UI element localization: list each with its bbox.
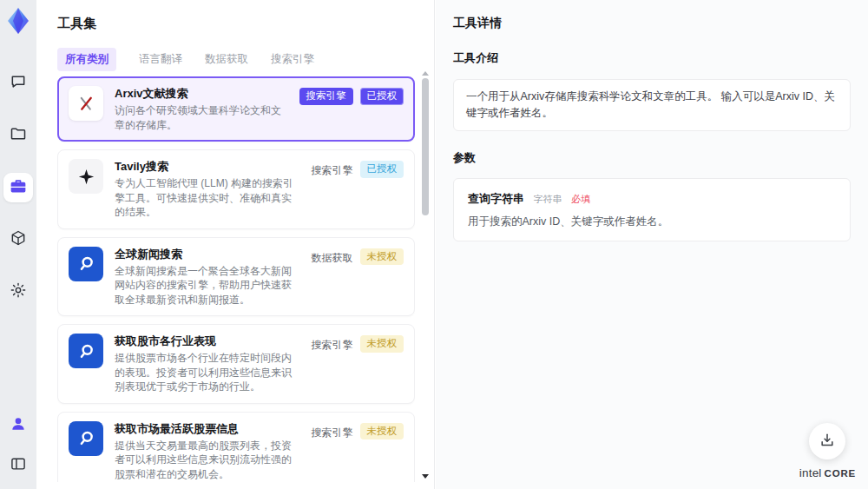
page-title: 工具集 bbox=[57, 16, 96, 32]
sidebar-item-files[interactable] bbox=[3, 121, 33, 150]
tool-description: 提供股票市场各个行业在特定时间段内的表现。投资者可以利用这些信息来识别表现优于或… bbox=[115, 351, 300, 394]
tool-status-badge: 已授权 bbox=[360, 161, 404, 178]
news-search-icon bbox=[69, 247, 103, 281]
download-icon bbox=[819, 432, 836, 452]
tool-status-badge: 已授权 bbox=[360, 88, 404, 105]
app-window: 工具集 所有类别语言翻译数据获取搜索引擎 Arxiv文献搜索 访问各个研究领域大… bbox=[0, 0, 868, 489]
scrollbar-thumb[interactable] bbox=[422, 78, 429, 215]
panel-toggle-icon bbox=[10, 455, 27, 476]
tool-category-badge: 搜索引擎 bbox=[312, 423, 353, 443]
download-button[interactable] bbox=[809, 423, 845, 459]
tool-description: 访问各个研究领域大量科学论文和文章的存储库。 bbox=[115, 103, 288, 132]
cube-icon bbox=[10, 229, 27, 250]
tool-card-body: 全球新闻搜索 全球新闻搜索是一个聚合全球各大新闻网站内容的搜索引擎，帮助用户快速… bbox=[115, 247, 300, 307]
sidebar-item-account[interactable] bbox=[3, 411, 33, 440]
intro-heading: 工具介绍 bbox=[453, 50, 851, 66]
category-tabs: 所有类别语言翻译数据获取搜索引擎 bbox=[57, 49, 314, 69]
briefcase-icon bbox=[10, 177, 27, 198]
app-sidebar bbox=[0, 0, 36, 489]
folder-icon bbox=[10, 125, 27, 146]
tool-status-badge: 未授权 bbox=[360, 335, 404, 353]
param-name: 查询字符串 bbox=[468, 192, 524, 205]
chat-icon bbox=[10, 73, 27, 94]
intel-core-logo: intelCORE bbox=[799, 465, 856, 480]
param-card: 查询字符串 字符串 必填 用于搜索的Arxiv ID、关键字或作者姓名。 bbox=[453, 178, 851, 241]
tool-description: 专为人工智能代理 (LLM) 构建的搜索引擎工具。可快速提供实时、准确和真实的结… bbox=[115, 176, 300, 220]
tab-category-1[interactable]: 语言翻译 bbox=[139, 52, 182, 67]
tool-badges: 搜索引擎 已授权 bbox=[299, 86, 404, 132]
param-description: 用于搜索的Arxiv ID、关键字或作者姓名。 bbox=[468, 215, 836, 229]
tool-status-badge: 未授权 bbox=[360, 248, 404, 266]
tab-category-0[interactable]: 所有类别 bbox=[57, 48, 116, 71]
tool-name: Tavily搜索 bbox=[115, 159, 300, 175]
tool-badges: 搜索引擎 未授权 bbox=[312, 421, 404, 482]
tool-badges: 搜索引擎 未授权 bbox=[312, 334, 404, 394]
tool-category-badge: 搜索引擎 bbox=[299, 88, 353, 105]
corner-widgets: intelCORE bbox=[799, 423, 856, 480]
tool-list: Arxiv文献搜索 访问各个研究领域大量科学论文和文章的存储库。 搜索引擎 已授… bbox=[57, 76, 415, 482]
app-logo-icon bbox=[3, 6, 33, 36]
param-type: 字符串 bbox=[533, 194, 562, 204]
scrollbar-up-arrow[interactable] bbox=[422, 71, 429, 76]
tool-category-badge: 数据获取 bbox=[312, 248, 353, 268]
scrollbar-down-arrow[interactable] bbox=[422, 474, 429, 479]
tab-category-2[interactable]: 数据获取 bbox=[205, 52, 248, 67]
intro-card: 一个用于从Arxiv存储库搜索科学论文和文章的工具。 输入可以是Arxiv ID… bbox=[453, 79, 851, 131]
tool-name: 全球新闻搜索 bbox=[115, 247, 300, 262]
sidebar-item-chat[interactable] bbox=[3, 69, 33, 98]
tool-category-badge: 搜索引擎 bbox=[312, 335, 353, 355]
tool-status-badge: 未授权 bbox=[360, 423, 404, 440]
tool-detail-pane: 工具详情 工具介绍 一个用于从Arxiv存储库搜索科学论文和文章的工具。 输入可… bbox=[436, 0, 868, 489]
param-required-badge: 必填 bbox=[571, 194, 590, 204]
toolset-pane: 工具集 所有类别语言翻译数据获取搜索引擎 Arxiv文献搜索 访问各个研究领域大… bbox=[36, 0, 435, 489]
tool-description: 提供当天交易量最高的股票列表，投资者可以利用这些信息来识别流动性强的股票和潜在的… bbox=[115, 439, 300, 482]
tool-badges: 搜索引擎 已授权 bbox=[312, 159, 404, 220]
tool-card-body: 获取市场最活跃股票信息 提供当天交易量最高的股票列表，投资者可以利用这些信息来识… bbox=[115, 421, 300, 482]
params-heading: 参数 bbox=[453, 150, 851, 166]
user-icon bbox=[10, 415, 27, 436]
sidebar-nav bbox=[3, 69, 33, 307]
tool-description: 全球新闻搜索是一个聚合全球各大新闻网站内容的搜索引擎，帮助用户快速获取全球最新资… bbox=[115, 264, 300, 307]
intro-text: 一个用于从Arxiv存储库搜索科学论文和文章的工具。 输入可以是Arxiv ID… bbox=[466, 90, 835, 119]
sidebar-item-tools[interactable] bbox=[3, 173, 33, 202]
tool-name: 获取市场最活跃股票信息 bbox=[115, 421, 300, 437]
tool-category-badge: 搜索引擎 bbox=[312, 161, 353, 181]
tavily-icon bbox=[69, 159, 103, 194]
tool-name: Arxiv文献搜索 bbox=[115, 86, 288, 102]
param-header: 查询字符串 字符串 必填 bbox=[468, 190, 836, 207]
stock-search-icon bbox=[69, 421, 103, 456]
tool-card-body: 获取股市各行业表现 提供股票市场各个行业在特定时间段内的表现。投资者可以利用这些… bbox=[115, 334, 300, 394]
list-scrollbar[interactable] bbox=[422, 76, 429, 479]
tool-badges: 数据获取 未授权 bbox=[312, 247, 404, 307]
tool-card[interactable]: Tavily搜索 专为人工智能代理 (LLM) 构建的搜索引擎工具。可快速提供实… bbox=[57, 149, 415, 229]
tab-category-3[interactable]: 搜索引擎 bbox=[271, 52, 314, 67]
sidebar-item-settings[interactable] bbox=[3, 277, 33, 307]
tool-card-body: Arxiv文献搜索 访问各个研究领域大量科学论文和文章的存储库。 bbox=[115, 86, 288, 132]
tool-card[interactable]: Arxiv文献搜索 访问各个研究领域大量科学论文和文章的存储库。 搜索引擎 已授… bbox=[57, 76, 415, 142]
tool-card[interactable]: 获取股市各行业表现 提供股票市场各个行业在特定时间段内的表现。投资者可以利用这些… bbox=[57, 324, 415, 404]
detail-title: 工具详情 bbox=[453, 16, 851, 31]
arxiv-icon bbox=[69, 86, 103, 121]
gear-icon bbox=[10, 281, 27, 302]
tool-card-body: Tavily搜索 专为人工智能代理 (LLM) 构建的搜索引擎工具。可快速提供实… bbox=[115, 159, 300, 220]
tool-card[interactable]: 获取市场最活跃股票信息 提供当天交易量最高的股票列表，投资者可以利用这些信息来识… bbox=[57, 412, 415, 483]
tool-card[interactable]: 全球新闻搜索 全球新闻搜索是一个聚合全球各大新闻网站内容的搜索引擎，帮助用户快速… bbox=[57, 237, 415, 317]
sidebar-item-panel-toggle[interactable] bbox=[3, 451, 33, 480]
sidebar-item-models[interactable] bbox=[3, 225, 33, 254]
sidebar-bottom bbox=[3, 411, 33, 480]
tool-name: 获取股市各行业表现 bbox=[115, 334, 300, 349]
stock-search-icon bbox=[69, 334, 103, 368]
